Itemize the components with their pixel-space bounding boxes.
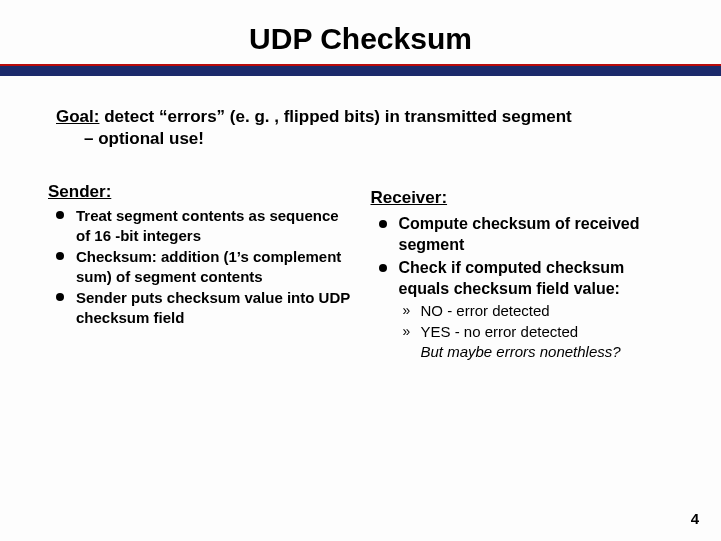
receiver-heading: Receiver:	[371, 188, 674, 208]
list-item: Sender puts checksum value into UDP chec…	[48, 288, 351, 327]
columns: Sender: Treat segment contents as sequen…	[48, 182, 673, 364]
goal-line1: detect “errors” (e. g. , flipped bits) i…	[99, 107, 571, 126]
goal-line2: – optional use!	[56, 128, 665, 150]
sublist-item: NO - error detected	[399, 301, 674, 321]
slide-title: UDP Checksum	[0, 0, 721, 64]
list-item-text: Check if computed checksum equals checks…	[399, 259, 625, 297]
list-item: Checksum: addition (1’s complement sum) …	[48, 247, 351, 286]
accent-bar	[0, 64, 721, 76]
receiver-sublist: NO - error detected YES - no error detec…	[399, 301, 674, 362]
sender-column: Sender: Treat segment contents as sequen…	[48, 182, 351, 364]
receiver-list: Compute checksum of received segment Che…	[371, 214, 674, 362]
sublist-item-italic: But maybe errors nonethless?	[421, 343, 621, 360]
goal-text: Goal: detect “errors” (e. g. , flipped b…	[56, 106, 665, 150]
page-number: 4	[691, 510, 699, 527]
list-item: Compute checksum of received segment	[371, 214, 674, 256]
sublist-item: YES - no error detected	[399, 322, 674, 342]
sender-heading: Sender:	[48, 182, 351, 202]
list-item: Check if computed checksum equals checks…	[371, 258, 674, 362]
list-item: Treat segment contents as sequence of 16…	[48, 206, 351, 245]
sender-list: Treat segment contents as sequence of 16…	[48, 206, 351, 327]
sublist-item: But maybe errors nonethless?	[399, 342, 674, 362]
receiver-column: Receiver: Compute checksum of received s…	[371, 182, 674, 364]
goal-label: Goal:	[56, 107, 99, 126]
